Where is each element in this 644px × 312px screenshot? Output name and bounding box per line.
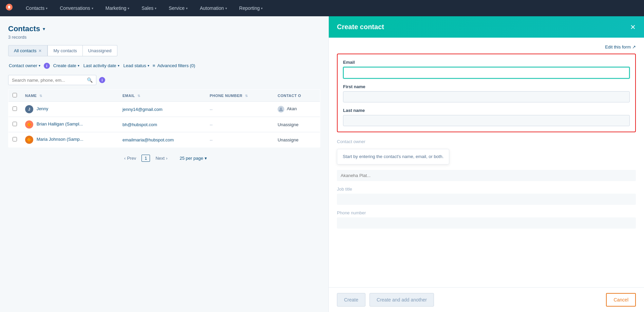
tab-my-contacts[interactable]: My contacts xyxy=(48,45,82,56)
title-dropdown-icon[interactable]: ▾ xyxy=(43,26,45,32)
name-sort-icon[interactable]: ⇅ xyxy=(39,94,42,98)
records-count: 3 records xyxy=(8,35,320,40)
tab-unassigned[interactable]: Unassigned xyxy=(83,45,117,56)
advanced-filters-button[interactable]: ≡ Advanced filters (0) xyxy=(153,63,195,68)
phone-sort-icon[interactable]: ⇅ xyxy=(245,94,248,98)
page-header: Contacts ▾ xyxy=(8,24,320,33)
contact-email-cell: jenny14@gmail.com xyxy=(118,102,206,117)
select-all-header xyxy=(8,90,21,102)
contact-owner-cell: Akan xyxy=(273,102,320,117)
contact-email-cell: emailmaria@hubspot.com xyxy=(118,132,206,148)
email-sort-icon[interactable]: ⇅ xyxy=(137,94,140,98)
create-date-filter[interactable]: Create date ▾ xyxy=(53,62,80,70)
required-fields-section: Email First name Last name xyxy=(337,54,636,132)
prev-button[interactable]: ‹ Prev xyxy=(121,154,139,162)
owner-name: Unassigne xyxy=(278,122,298,127)
search-info-badge[interactable]: i xyxy=(99,77,105,83)
avatar: 🔶 xyxy=(25,120,33,129)
owner-avatar xyxy=(278,106,284,113)
nav-marketing[interactable]: Marketing ▾ xyxy=(103,4,131,12)
last-activity-filter[interactable]: Last activity date ▾ xyxy=(83,62,120,70)
contact-owner-chevron-icon: ▾ xyxy=(39,64,40,67)
contact-email-link[interactable]: bh@hubspot.com xyxy=(122,122,157,127)
tab-close-icon[interactable]: ✕ xyxy=(38,48,42,53)
contact-owner-input[interactable] xyxy=(337,170,636,181)
per-page-selector[interactable]: 25 per page ▾ xyxy=(179,156,207,161)
panel-footer: Create Create and add another Cancel xyxy=(329,287,644,312)
create-button[interactable]: Create xyxy=(337,293,365,307)
nav-reporting[interactable]: Reporting ▾ xyxy=(237,4,265,12)
first-name-input[interactable] xyxy=(343,91,630,102)
sales-chevron-icon: ▾ xyxy=(155,6,156,10)
nav-conversations[interactable]: Conversations ▾ xyxy=(58,4,95,12)
service-chevron-icon: ▾ xyxy=(186,6,188,10)
search-icon: 🔍 xyxy=(87,77,93,83)
row-checkbox[interactable] xyxy=(13,122,17,126)
last-activity-chevron-icon: ▾ xyxy=(118,64,119,67)
prev-chevron-icon: ‹ xyxy=(124,156,126,161)
filters-row: Contact owner ▾ i Create date ▾ Last act… xyxy=(8,62,320,70)
avatar: 🔶 xyxy=(25,136,33,144)
row-checkbox-cell xyxy=(8,132,21,148)
last-name-input[interactable] xyxy=(343,115,630,126)
nav-sales[interactable]: Sales ▾ xyxy=(139,4,158,12)
owner-name: Unassigne xyxy=(278,137,298,142)
contact-email-link[interactable]: emailmaria@hubspot.com xyxy=(122,137,174,142)
owner-name: Akan xyxy=(287,106,297,111)
contact-name-cell: J Jenny xyxy=(21,102,118,117)
contact-owner-field-group: Contact owner Start by entering the cont… xyxy=(337,139,636,181)
nav-contacts[interactable]: Contacts ▾ xyxy=(24,4,50,12)
create-date-chevron-icon: ▾ xyxy=(78,64,79,67)
job-title-input[interactable] xyxy=(337,194,636,205)
email-input[interactable] xyxy=(343,67,630,79)
avatar: J xyxy=(25,105,33,113)
phone-field-group: Phone number xyxy=(337,210,636,229)
hubspot-logo xyxy=(5,3,13,13)
contacts-table: NAME ⇅ EMAIL ⇅ PHONE NUMBER ⇅ CONTACT O xyxy=(8,89,320,148)
search-input[interactable] xyxy=(12,78,84,83)
nav-automation[interactable]: Automation ▾ xyxy=(198,4,229,12)
create-and-add-button[interactable]: Create and add another xyxy=(370,293,434,307)
email-label: Email xyxy=(343,60,630,65)
table-row: J Jenny jenny14@gmail.com -- Akan xyxy=(8,102,320,117)
search-box[interactable]: 🔍 xyxy=(8,75,96,85)
row-checkbox-cell xyxy=(8,117,21,132)
phone-input[interactable] xyxy=(337,217,636,229)
marketing-chevron-icon: ▾ xyxy=(128,6,129,10)
contact-name-link[interactable]: Maria Johnson (Samp... xyxy=(37,137,83,142)
conversations-chevron-icon: ▾ xyxy=(92,6,93,10)
contact-owner-cell: Unassigne xyxy=(273,117,320,132)
contact-owner-filter[interactable]: Contact owner ▾ xyxy=(8,62,41,70)
email-column-header: EMAIL ⇅ xyxy=(118,90,206,102)
edit-form-link[interactable]: Edit this form ↗ xyxy=(605,44,636,50)
row-checkbox[interactable] xyxy=(13,137,17,141)
next-button[interactable]: Next › xyxy=(153,154,170,162)
per-page-chevron-icon: ▾ xyxy=(205,156,207,161)
nav-service[interactable]: Service ▾ xyxy=(167,4,190,12)
next-chevron-icon: › xyxy=(166,156,167,161)
filter-info-badge[interactable]: i xyxy=(44,63,50,69)
close-button[interactable]: ✕ xyxy=(630,24,636,31)
phone-value: -- xyxy=(210,137,213,142)
select-all-checkbox[interactable] xyxy=(13,93,17,97)
phone-column-header: PHONE NUMBER ⇅ xyxy=(206,90,273,102)
panel-body: Edit this form ↗ Email First name Last n… xyxy=(329,38,644,287)
contacts-list-panel: Contacts ▾ 3 records All contacts ✕ My c… xyxy=(0,16,328,312)
contact-name-link[interactable]: Brian Halligan (Sampl... xyxy=(37,121,83,126)
top-navigation: Contacts ▾ Conversations ▾ Marketing ▾ S… xyxy=(0,0,644,16)
cancel-button[interactable]: Cancel xyxy=(606,293,636,307)
current-page[interactable]: 1 xyxy=(141,155,150,162)
last-name-label: Last name xyxy=(343,108,630,113)
tab-all-contacts[interactable]: All contacts ✕ xyxy=(8,45,48,56)
lead-status-filter[interactable]: Lead status ▾ xyxy=(123,62,150,70)
contact-name-cell: 🔶 Brian Halligan (Sampl... xyxy=(21,117,118,132)
contact-email-link[interactable]: jenny14@gmail.com xyxy=(122,107,163,112)
contact-name-link[interactable]: Jenny xyxy=(37,106,49,111)
row-checkbox[interactable] xyxy=(13,106,17,111)
contact-owner-cell: Unassigne xyxy=(273,132,320,148)
contacts-chevron-icon: ▾ xyxy=(46,6,48,10)
job-title-label: Job title xyxy=(337,187,636,192)
contact-phone-cell: -- xyxy=(206,117,273,132)
table-row: 🔶 Brian Halligan (Sampl... bh@hubspot.co… xyxy=(8,117,320,132)
last-name-field-group: Last name xyxy=(343,108,630,126)
